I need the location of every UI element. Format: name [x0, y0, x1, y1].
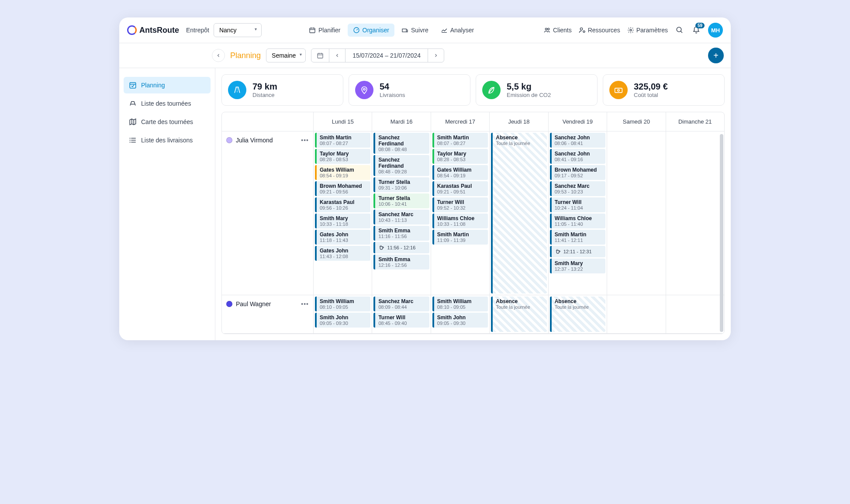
break-task[interactable]: 11:56 - 12:16 [373, 242, 429, 253]
task-card[interactable]: Smith Martin08:07 - 08:27 [315, 133, 370, 148]
schedule-cell [666, 131, 724, 295]
subbar: Planning Semaine 15/07/2024 – 21/07/2024… [119, 43, 731, 68]
absence-block[interactable]: AbsenceToute la journée [491, 133, 546, 293]
task-card[interactable]: Smith Mary10:33 - 11:18 [315, 214, 370, 228]
agent-name-row: Julia Virmond••• [222, 131, 313, 149]
task-card[interactable]: Williams Chloe10:33 - 11:08 [432, 214, 488, 228]
task-card[interactable]: Smith Martin11:41 - 12:11 [550, 230, 605, 245]
task-card[interactable]: Smith Emma12:16 - 12:56 [373, 255, 429, 269]
add-button[interactable]: + [708, 48, 724, 63]
app-window: AntsRoute Entrepôt Nancy PlanifierOrgani… [119, 17, 731, 340]
task-card[interactable]: Smith John09:05 - 09:30 [315, 313, 370, 328]
task-card[interactable]: Smith William08:10 - 09:05 [315, 297, 370, 311]
next-week-button[interactable] [428, 49, 444, 62]
day-column-3: Jeudi 18AbsenceToute la journéeAbsenceTo… [490, 112, 548, 334]
svg-line-12 [681, 31, 682, 33]
agent-row: Julia Virmond••• [222, 131, 313, 295]
task-card[interactable]: Sanchez Ferdinand08:48 - 09:28 [373, 155, 429, 176]
topnav-suivre[interactable]: Suivre [396, 24, 434, 37]
sidebar-item-0[interactable]: Planning [124, 77, 211, 93]
day-column-6: Dimanche 21 [666, 112, 724, 334]
scrollbar[interactable] [720, 134, 723, 332]
task-card[interactable]: Smith William08:10 - 09:05 [432, 297, 488, 311]
task-card[interactable]: Brown Mohamed09:17 - 09:52 [550, 165, 605, 180]
view-range-select[interactable]: Semaine [266, 48, 306, 62]
svg-point-33 [618, 90, 619, 91]
logo-icon [127, 25, 137, 35]
task-card[interactable]: Sanchez Marc10:43 - 11:13 [373, 210, 429, 224]
avatar[interactable]: MH [708, 23, 723, 38]
task-list [607, 131, 665, 134]
task-list: Sanchez Marc08:09 - 08:44Turner Will08:4… [372, 295, 430, 329]
task-card[interactable]: Taylor Mary08:28 - 08:53 [432, 149, 488, 164]
day-column-4: Vendredi 19Sanchez John08:06 - 08:41Sanc… [549, 112, 607, 334]
task-card[interactable]: Turner Will08:45 - 09:40 [373, 313, 429, 328]
task-card[interactable]: Turner Stella09:31 - 10:06 [373, 177, 429, 192]
task-card[interactable]: Sanchez Marc09:53 - 10:23 [550, 181, 605, 196]
absence-block[interactable]: AbsenceToute la journée [491, 297, 546, 332]
topnav-organiser[interactable]: Organiser [348, 24, 394, 37]
task-card[interactable]: Sanchez Marc08:09 - 08:44 [373, 297, 429, 311]
task-card[interactable]: Gates William08:54 - 09:19 [432, 165, 488, 180]
task-card[interactable]: Williams Chloe11:05 - 11:40 [550, 214, 605, 228]
rightnav-clients[interactable]: Clients [544, 27, 572, 34]
svg-point-25 [130, 138, 130, 138]
rightnav-paramètres[interactable]: Paramètres [627, 27, 668, 34]
day-column-0: Lundi 15Smith Martin08:07 - 08:27Taylor … [314, 112, 372, 334]
task-card[interactable]: Smith Mary12:37 - 13:22 [550, 259, 605, 273]
entrepot-label: Entrepôt [186, 27, 209, 34]
rightnav-ressources[interactable]: Ressources [579, 27, 620, 34]
gauge-icon [353, 27, 360, 34]
date-navigator: 15/07/2024 – 21/07/2024 [311, 48, 444, 62]
svg-point-8 [580, 28, 582, 30]
back-button[interactable] [212, 49, 225, 62]
task-card[interactable]: Sanchez John08:06 - 08:41 [550, 133, 605, 148]
task-card[interactable]: Gates William08:54 - 09:19 [315, 165, 370, 180]
task-card[interactable]: Smith Martin08:07 - 08:27 [432, 133, 488, 148]
task-card[interactable]: Sanchez John08:41 - 09:16 [550, 149, 605, 164]
prev-week-button[interactable] [329, 49, 346, 62]
task-card[interactable]: Karastas Paul09:21 - 09:51 [432, 181, 488, 196]
task-card[interactable]: Sanchez Ferdinand08:08 - 08:48 [373, 133, 429, 154]
schedule-cell [607, 295, 665, 334]
stats-row: 79 kmDistance54Livraisons5,5 kgEmission … [221, 74, 725, 106]
break-task[interactable]: 12:11 - 12:31 [550, 246, 605, 257]
svg-point-9 [583, 31, 585, 32]
task-card[interactable]: Turner Will09:52 - 10:32 [432, 197, 488, 212]
task-card[interactable]: Turner Will10:24 - 11:04 [550, 197, 605, 212]
task-card[interactable]: Brown Mohamed09:21 - 09:56 [315, 181, 370, 196]
money-icon [609, 81, 628, 99]
schedule-cell [607, 131, 665, 295]
day-header: Samedi 20 [607, 112, 665, 131]
task-card[interactable]: Karastas Paul09:56 - 10:26 [315, 197, 370, 212]
day-header: Vendredi 19 [549, 112, 607, 131]
calendar-picker-button[interactable] [311, 49, 329, 62]
agent-menu-button[interactable]: ••• [301, 137, 309, 144]
sidebar-item-1[interactable]: Liste des tournées [124, 95, 211, 112]
task-card[interactable]: Gates John11:43 - 12:08 [315, 246, 370, 261]
task-card[interactable]: Turner Stella10:06 - 10:41 [373, 193, 429, 208]
agent-menu-button[interactable]: ••• [301, 300, 309, 307]
schedule-cell: Smith William08:10 - 09:05Smith John09:0… [314, 295, 372, 334]
agent-row: Paul Wagner••• [222, 295, 313, 334]
topnav-analyser[interactable]: Analyser [435, 24, 479, 37]
schedule-days: Lundi 15Smith Martin08:07 - 08:27Taylor … [314, 112, 724, 334]
task-list: Smith William08:10 - 09:05Smith John09:0… [431, 295, 489, 329]
entrepot-select[interactable]: Nancy [214, 23, 262, 37]
schedule-cell [666, 295, 724, 334]
absence-block[interactable]: AbsenceToute la journée [550, 297, 605, 332]
notification-bell-icon[interactable]: 59 [691, 25, 701, 35]
task-card[interactable]: Taylor Mary08:28 - 08:53 [315, 149, 370, 164]
task-card[interactable]: Smith John09:05 - 09:30 [432, 313, 488, 328]
agent-dot [226, 137, 232, 143]
search-icon[interactable] [675, 25, 684, 35]
task-card[interactable]: Smith Emma11:16 - 11:56 [373, 226, 429, 241]
sidebar-item-3[interactable]: Liste des livraisons [124, 132, 211, 148]
stat-value: 325,09 € [634, 82, 668, 92]
topnav-planifier[interactable]: Planifier [304, 24, 346, 37]
task-list [666, 131, 724, 134]
svg-rect-0 [310, 28, 315, 33]
task-card[interactable]: Smith Martin11:09 - 11:39 [432, 230, 488, 245]
task-card[interactable]: Gates John11:18 - 11:43 [315, 230, 370, 245]
sidebar-item-2[interactable]: Carte des tournées [124, 114, 211, 130]
